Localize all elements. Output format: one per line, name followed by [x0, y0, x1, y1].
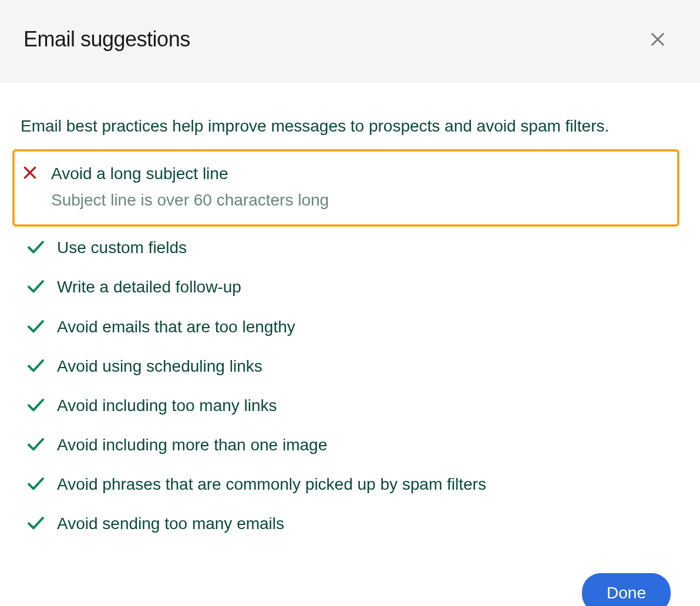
suggestion-title: Use custom fields	[57, 236, 674, 259]
modal-title: Email suggestions	[23, 27, 190, 52]
suggestion-item: Write a detailed follow-up	[21, 267, 679, 307]
suggestion-title: Avoid sending too many emails	[57, 512, 674, 535]
modal-footer: Done	[0, 561, 700, 606]
suggestion-content: Avoid emails that are too lengthy	[57, 315, 674, 338]
suggestion-title: Avoid including more than one image	[57, 433, 674, 456]
modal-header: Email suggestions	[0, 0, 700, 82]
suggestion-item: Avoid sending too many emails	[21, 504, 679, 543]
check-icon	[26, 513, 45, 532]
suggestion-item: Avoid using scheduling links	[21, 346, 679, 386]
check-icon	[26, 356, 45, 375]
suggestion-title: Write a detailed follow-up	[57, 275, 674, 298]
suggestion-item: Avoid emails that are too lengthy	[21, 307, 679, 346]
close-icon	[649, 31, 666, 48]
intro-text: Email best practices help improve messag…	[21, 115, 679, 137]
suggestion-title: Avoid a long subject line	[51, 162, 671, 185]
suggestion-content: Avoid sending too many emails	[57, 512, 674, 535]
x-icon	[21, 163, 39, 182]
check-icon	[26, 395, 45, 414]
suggestion-item: Use custom fields	[21, 228, 679, 267]
suggestion-title: Avoid emails that are too lengthy	[57, 315, 674, 338]
suggestions-list: Avoid a long subject lineSubject line is…	[21, 149, 679, 543]
suggestion-content: Avoid including more than one image	[57, 433, 674, 456]
check-icon	[26, 237, 45, 256]
check-icon	[26, 474, 45, 493]
done-button[interactable]: Done	[582, 573, 671, 606]
check-icon	[26, 435, 45, 453]
check-icon	[26, 277, 45, 295]
suggestion-content: Avoid including too many links	[57, 394, 674, 417]
suggestion-item: Avoid including more than one image	[21, 425, 679, 464]
suggestion-content: Avoid using scheduling links	[57, 355, 674, 378]
modal-body: Email best practices help improve messag…	[0, 82, 700, 561]
suggestion-content: Avoid phrases that are commonly picked u…	[57, 473, 674, 496]
suggestion-content: Use custom fields	[57, 236, 674, 259]
suggestion-title: Avoid phrases that are commonly picked u…	[57, 473, 674, 496]
suggestion-content: Write a detailed follow-up	[57, 275, 674, 298]
suggestion-detail: Subject line is over 60 characters long	[51, 187, 671, 214]
suggestion-title: Avoid using scheduling links	[57, 355, 674, 378]
check-icon	[26, 317, 45, 335]
suggestion-item: Avoid phrases that are commonly picked u…	[21, 464, 679, 504]
suggestion-content: Avoid a long subject lineSubject line is…	[51, 162, 671, 214]
suggestion-item: Avoid including too many links	[21, 386, 679, 425]
close-button[interactable]	[645, 26, 671, 52]
suggestion-item: Avoid a long subject lineSubject line is…	[12, 149, 679, 227]
suggestion-title: Avoid including too many links	[57, 394, 674, 417]
